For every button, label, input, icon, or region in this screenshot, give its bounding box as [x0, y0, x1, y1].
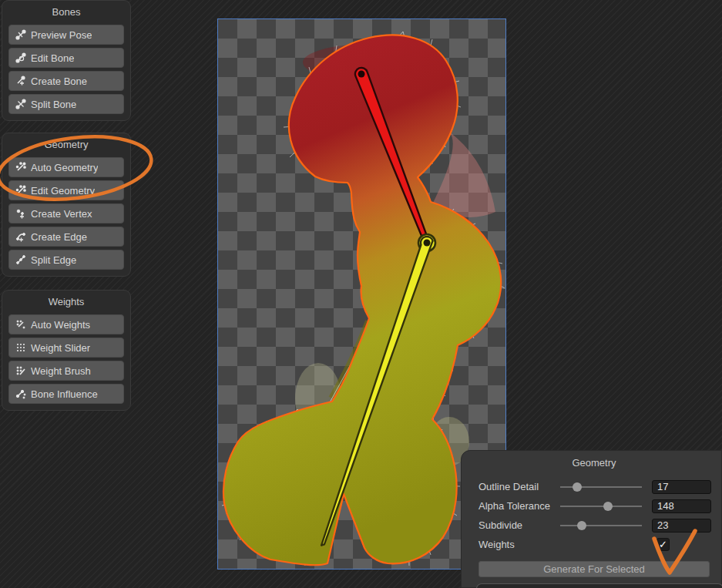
auto-weights-button[interactable]: Auto Weights	[8, 314, 124, 334]
subdivide-value-field[interactable]	[652, 519, 711, 533]
outline-detail-value-field[interactable]	[652, 480, 711, 494]
auto-weights-icon	[14, 319, 27, 331]
create-bone-button[interactable]: Create Bone	[8, 71, 124, 91]
subdivide-row: Subdivide	[479, 516, 710, 535]
subdivide-slider[interactable]	[560, 521, 642, 530]
weight-slider-button[interactable]: Weight Slider	[8, 338, 124, 358]
button-label: Create Vertex	[31, 208, 92, 220]
geometry-inspector-panel: Geometry Outline Detail Alpha Tolerance …	[461, 450, 722, 588]
create-edge-icon	[14, 231, 27, 243]
auto-geometry-button[interactable]: Auto Geometry	[8, 157, 124, 177]
edit-geometry-icon	[14, 185, 27, 197]
alpha-tolerance-label: Alpha Tolerance	[479, 500, 560, 512]
slider-handle[interactable]	[577, 521, 586, 530]
outline-detail-label: Outline Detail	[479, 481, 560, 492]
bone-influence-button[interactable]: Bone Influence	[8, 384, 124, 404]
create-edge-button[interactable]: Create Edge	[8, 227, 124, 247]
auto-geometry-icon	[14, 162, 27, 173]
preview-pose-button[interactable]: Preview Pose	[8, 25, 124, 45]
split-edge-button[interactable]: Split Edge	[8, 250, 124, 270]
button-label: Auto Weights	[31, 319, 90, 331]
weights-tools-panel: Weights Auto Weights Weight Slider Weigh…	[2, 290, 131, 411]
create-vertex-button[interactable]: Create Vertex	[8, 203, 124, 223]
split-edge-icon	[14, 254, 27, 266]
bones-panel: Bones Preview Pose Edit Bone Create Bone…	[2, 0, 131, 121]
weights-checkbox[interactable]: ✓	[657, 538, 670, 551]
button-label: Split Edge	[31, 254, 76, 266]
slider-track	[560, 506, 642, 507]
button-label: Edit Bone	[31, 52, 74, 64]
edit-bone-button[interactable]: Edit Bone	[8, 48, 124, 68]
create-bone-icon	[14, 76, 27, 87]
split-bone-icon	[14, 99, 27, 110]
outline-detail-row: Outline Detail	[479, 477, 710, 496]
weight-slider-icon	[14, 342, 27, 354]
weights-panel-title: Weights	[8, 296, 124, 307]
inspector-title: Geometry	[479, 457, 710, 469]
button-label: Create Edge	[31, 231, 87, 243]
button-label: Edit Geometry	[31, 185, 95, 197]
create-vertex-icon	[14, 208, 27, 220]
alpha-tolerance-slider[interactable]	[560, 502, 642, 511]
button-label: Split Bone	[31, 99, 76, 110]
weight-brush-button[interactable]: Weight Brush	[8, 361, 124, 381]
subdivide-label: Subdivide	[479, 519, 560, 531]
split-bone-button[interactable]: Split Bone	[8, 94, 124, 114]
next-panel-top-edge	[476, 583, 722, 588]
slider-handle[interactable]	[603, 502, 613, 511]
outline-detail-slider[interactable]	[560, 482, 642, 492]
alpha-tolerance-row: Alpha Tolerance	[479, 496, 710, 516]
button-label: Weight Brush	[31, 365, 91, 377]
slider-handle[interactable]	[573, 482, 582, 492]
weights-checkbox-label: Weights	[479, 539, 560, 550]
weights-row: Weights ✓	[479, 535, 710, 554]
button-label: Bone Influence	[31, 388, 98, 400]
edit-bone-icon	[14, 52, 27, 64]
button-label: Auto Geometry	[31, 162, 98, 173]
edit-geometry-button[interactable]: Edit Geometry	[8, 180, 124, 200]
button-label: Preview Pose	[31, 29, 92, 41]
alpha-tolerance-value-field[interactable]	[652, 499, 711, 513]
bones-panel-title: Bones	[8, 6, 124, 18]
bone-influence-icon	[14, 388, 27, 400]
button-label: Create Bone	[31, 76, 87, 87]
weight-brush-icon	[14, 365, 27, 377]
geometry-panel-title: Geometry	[8, 139, 124, 150]
preview-pose-icon	[14, 29, 27, 41]
slider-track	[560, 525, 642, 526]
generate-for-selected-button[interactable]: Generate For Selected	[479, 561, 710, 577]
geometry-tools-panel: Geometry Auto Geometry Edit Geometry Cre…	[2, 133, 131, 277]
button-label: Weight Slider	[31, 342, 90, 354]
